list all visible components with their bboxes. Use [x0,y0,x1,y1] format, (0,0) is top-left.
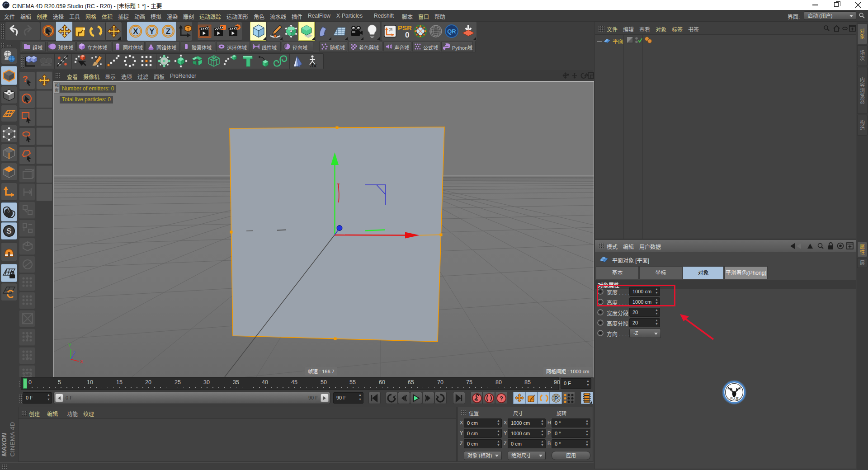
svg-text:Z: Z [73,351,76,356]
svg-text:Z: Z [166,27,170,36]
svg-text:S: S [6,227,11,235]
svg-text:行人亰: 行人亰 [730,397,739,401]
svg-text:X: X [133,27,138,36]
svg-text:QR: QR [447,28,456,35]
svg-text:?: ? [500,395,503,402]
svg-text:0: 0 [405,31,409,39]
svg-text:P: P [554,395,558,402]
svg-text:Y: Y [68,343,71,348]
svg-text:Y: Y [149,27,155,36]
svg-text:.fx: .fx [310,62,317,69]
svg-text:X: X [80,359,83,364]
svg-text:?: ? [23,74,28,84]
